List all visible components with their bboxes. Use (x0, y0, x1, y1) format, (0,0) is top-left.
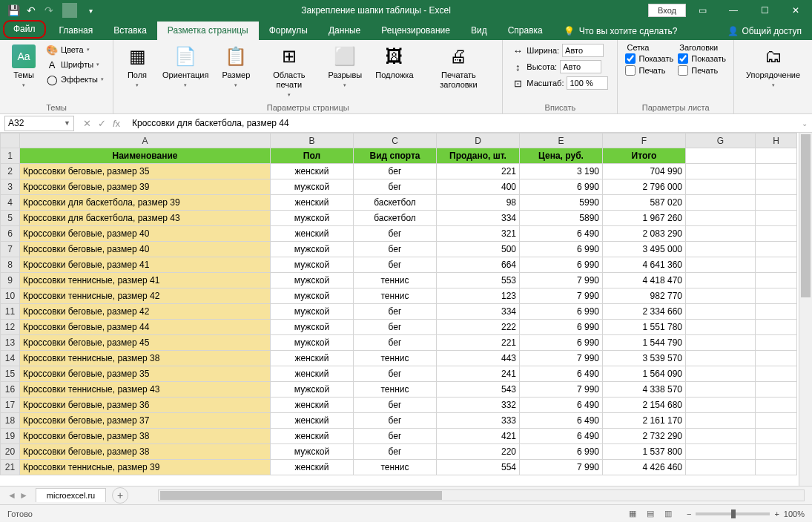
cell[interactable]: 2 796 000 (603, 179, 686, 195)
cell[interactable]: мужской (271, 257, 354, 273)
cell[interactable]: 6 490 (520, 366, 603, 382)
cell[interactable]: 1 537 800 (603, 444, 686, 460)
col-header[interactable]: D (437, 133, 520, 148)
cell[interactable]: 3 495 000 (603, 242, 686, 257)
row-header[interactable]: 11 (1, 304, 20, 320)
cell[interactable]: 553 (437, 273, 520, 288)
table-header-cell[interactable]: Наименование (20, 148, 271, 164)
cell[interactable]: Кроссовки беговые, размер 35 (20, 164, 271, 179)
cell[interactable]: бег (354, 257, 437, 273)
table-header-cell[interactable]: Цена, руб. (520, 148, 603, 164)
cell[interactable]: 6 490 (520, 413, 603, 429)
row-header[interactable]: 18 (1, 413, 20, 429)
vertical-scrollbar[interactable] (799, 133, 812, 486)
cell[interactable]: Кроссовки для баскетбола, размер 43 (20, 211, 271, 226)
height-input[interactable] (560, 60, 601, 73)
cell[interactable]: бег (354, 304, 437, 320)
cell[interactable]: теннис (354, 288, 437, 304)
cell[interactable]: 7 990 (520, 351, 603, 366)
ribbon-display-icon[interactable]: ▭ (687, 0, 717, 21)
tab-view[interactable]: Вид (461, 22, 498, 40)
cell[interactable]: 332 (437, 398, 520, 413)
cell[interactable]: 334 (437, 211, 520, 226)
tell-me-search[interactable]: 💡Что вы хотите сделать? (553, 22, 688, 40)
cell[interactable]: 6 990 (520, 320, 603, 335)
cell[interactable]: 982 770 (603, 288, 686, 304)
background-button[interactable]: 🖼Подложка (371, 43, 417, 82)
row-header[interactable]: 17 (1, 398, 20, 413)
enter-formula-icon[interactable]: ✓ (95, 118, 108, 129)
cell[interactable]: 443 (437, 351, 520, 366)
cell[interactable]: бег (354, 242, 437, 257)
select-all-cell[interactable] (1, 133, 20, 148)
cell[interactable]: 7 990 (520, 273, 603, 288)
cell[interactable]: Кроссовки теннисные, размер 39 (20, 460, 271, 475)
cell[interactable]: женский (271, 351, 354, 366)
col-header[interactable]: C (354, 133, 437, 148)
row-header[interactable]: 10 (1, 288, 20, 304)
cell[interactable]: 3 190 (520, 164, 603, 179)
cell[interactable]: 3 539 570 (603, 351, 686, 366)
save-icon[interactable]: 💾 (6, 3, 21, 18)
cell[interactable]: 2 083 290 (603, 226, 686, 242)
tab-page-layout[interactable]: Разметка страницы (157, 22, 259, 40)
tab-review[interactable]: Рецензирование (371, 22, 461, 40)
cell[interactable]: 6 490 (520, 226, 603, 242)
cell[interactable]: Кроссовки беговые, размер 38 (20, 444, 271, 460)
table-header-cell[interactable]: Продано, шт. (437, 148, 520, 164)
row-header[interactable]: 16 (1, 382, 20, 398)
row-header[interactable]: 3 (1, 179, 20, 195)
cell[interactable]: 4 418 470 (603, 273, 686, 288)
cell[interactable]: мужской (271, 382, 354, 398)
cell[interactable]: Кроссовки беговые, размер 37 (20, 413, 271, 429)
zoom-out-icon[interactable]: − (687, 509, 691, 518)
cell[interactable]: 2 732 290 (603, 429, 686, 444)
redo-icon[interactable]: ↷ (42, 3, 56, 18)
cell[interactable]: теннис (354, 351, 437, 366)
col-header[interactable]: H (756, 133, 797, 148)
cell[interactable]: 5890 (520, 211, 603, 226)
cell[interactable]: Кроссовки беговые, размер 35 (20, 366, 271, 382)
cell[interactable]: 334 (437, 304, 520, 320)
cell[interactable]: теннис (354, 460, 437, 475)
cell[interactable]: 321 (437, 226, 520, 242)
colors-button[interactable]: 🎨Цвета▾ (44, 43, 105, 56)
chevron-down-icon[interactable]: ▼ (64, 119, 70, 127)
col-header[interactable]: G (686, 133, 756, 148)
cell[interactable]: бег (354, 164, 437, 179)
width-input[interactable] (562, 44, 604, 57)
tab-file[interactable]: Файл (3, 20, 46, 39)
cell[interactable]: теннис (354, 273, 437, 288)
cell[interactable]: 7 990 (520, 382, 603, 398)
zoom-in-icon[interactable]: + (774, 509, 779, 518)
cell[interactable]: теннис (354, 382, 437, 398)
cell[interactable]: 6 990 (520, 257, 603, 273)
table-header-cell[interactable]: Итого (603, 148, 686, 164)
sheet-nav-next-icon[interactable]: ► (19, 490, 28, 501)
cell[interactable]: Кроссовки для баскетбола, размер 39 (20, 195, 271, 211)
cell[interactable]: 1 551 780 (603, 320, 686, 335)
cell[interactable]: мужской (271, 444, 354, 460)
page-break-view-icon[interactable]: ▥ (660, 507, 676, 521)
zoom-slider[interactable] (696, 512, 770, 515)
tab-formulas[interactable]: Формулы (259, 22, 318, 40)
qat-customize-icon[interactable]: ▾ (83, 3, 98, 18)
cell[interactable]: 123 (437, 288, 520, 304)
formula-input[interactable]: Кроссовки для баскетбола, размер 44 (128, 118, 797, 128)
cell[interactable]: Кроссовки теннисные, размер 42 (20, 288, 271, 304)
cell[interactable]: бег (354, 320, 437, 335)
expand-formula-icon[interactable]: ⌄ (797, 119, 812, 128)
cell[interactable]: женский (271, 398, 354, 413)
cell[interactable]: Кроссовки беговые, размер 36 (20, 398, 271, 413)
cell[interactable]: Кроссовки беговые, размер 42 (20, 304, 271, 320)
sheet-nav-prev-icon[interactable]: ◄ (7, 490, 16, 501)
cell[interactable]: 6 490 (520, 398, 603, 413)
row-header[interactable]: 9 (1, 273, 20, 288)
cell[interactable]: 6 490 (520, 429, 603, 444)
normal-view-icon[interactable]: ▦ (624, 507, 641, 521)
headings-view-checkbox[interactable]: Показать (678, 53, 726, 64)
gridlines-print-checkbox[interactable]: Печать (625, 65, 673, 76)
add-sheet-button[interactable]: + (112, 487, 128, 504)
cell[interactable]: 1 544 790 (603, 335, 686, 351)
cell[interactable]: 587 020 (603, 195, 686, 211)
